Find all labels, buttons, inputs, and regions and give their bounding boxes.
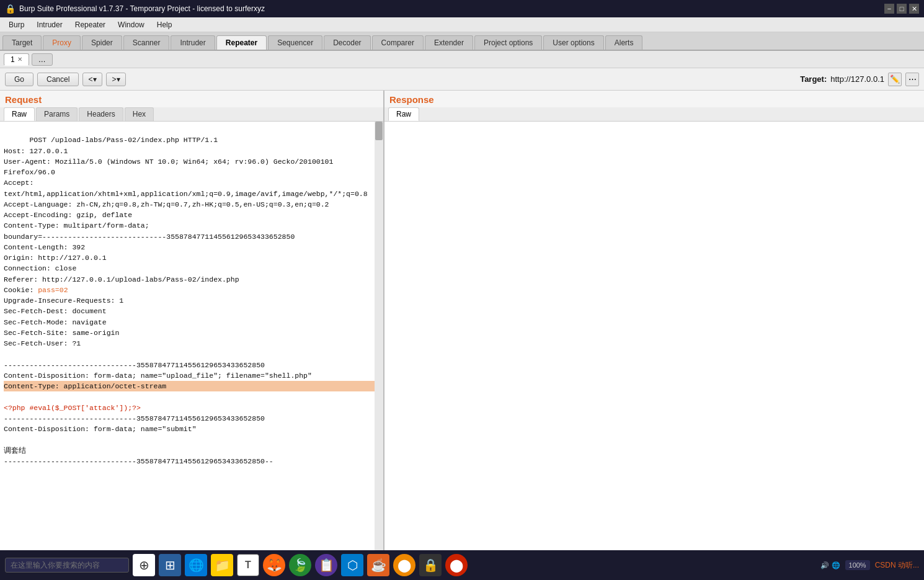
- taskbar-green-icon[interactable]: 🍃: [289, 554, 311, 576]
- response-tabs: Raw: [384, 107, 924, 122]
- tab-decoder[interactable]: Decoder: [324, 35, 370, 50]
- tab-spider[interactable]: Spider: [82, 35, 122, 50]
- taskbar-folder-icon[interactable]: 📁: [211, 554, 233, 576]
- tab-repeater[interactable]: Repeater: [216, 35, 267, 50]
- taskbar-java-icon[interactable]: ☕: [367, 554, 389, 576]
- repeater-tab-more-label: …: [38, 55, 46, 64]
- toolbar: Go Cancel < ▾ > ▾ Target: http://127.0.0…: [0, 68, 924, 91]
- taskbar-purple-icon[interactable]: 📋: [315, 554, 337, 576]
- forward-button[interactable]: > ▾: [106, 73, 126, 86]
- taskbar-vscode-icon[interactable]: ⬡: [341, 554, 363, 576]
- tab-proxy[interactable]: Proxy: [43, 35, 81, 50]
- back-arrow-icon: <: [88, 75, 92, 84]
- title-bar-left: 🔒 Burp Suite Professional v1.7.37 - Temp…: [5, 4, 265, 14]
- taskbar-edge-icon[interactable]: 🌐: [185, 554, 207, 576]
- request-title: Request: [0, 91, 383, 107]
- taskbar-csdn-label: CSDN 动听...: [875, 560, 919, 571]
- tab-sequencer[interactable]: Sequencer: [268, 35, 322, 50]
- forward-arrow-icon: >: [112, 75, 116, 84]
- target-label: Target:: [800, 74, 827, 84]
- tab-extender[interactable]: Extender: [425, 35, 473, 50]
- request-scrollbar[interactable]: [375, 122, 383, 550]
- request-scroll-thumb[interactable]: [375, 122, 383, 140]
- target-options-button[interactable]: ⋯: [905, 73, 919, 86]
- menu-bar: Burp Intruder Repeater Window Help: [0, 17, 924, 32]
- response-title: Response: [384, 91, 924, 107]
- go-button[interactable]: Go: [5, 73, 33, 86]
- request-panel: Request Raw Params Headers Hex POST /upl…: [0, 91, 384, 550]
- title-bar: 🔒 Burp Suite Professional v1.7.37 - Temp…: [0, 0, 924, 17]
- menu-intruder[interactable]: Intruder: [30, 19, 68, 30]
- response-tab-raw[interactable]: Raw: [388, 107, 419, 121]
- request-body[interactable]: POST /upload-labs/Pass-02/index.php HTTP…: [0, 122, 383, 550]
- tab-scanner[interactable]: Scanner: [123, 35, 170, 50]
- request-tab-params[interactable]: Params: [36, 107, 78, 121]
- repeater-tab-1-label: 1: [11, 55, 15, 64]
- taskbar-dark-icon[interactable]: 🔒: [419, 554, 442, 576]
- back-dropdown-icon: ▾: [93, 75, 97, 84]
- response-body[interactable]: [384, 122, 924, 550]
- taskbar-grid-icon[interactable]: ⊞: [159, 554, 181, 576]
- taskbar-search-icon[interactable]: ⊕: [133, 554, 155, 576]
- repeater-tab-more[interactable]: …: [32, 53, 53, 66]
- tab-alerts[interactable]: Alerts: [605, 35, 643, 50]
- repeater-tab-1[interactable]: 1 ✕: [4, 53, 29, 66]
- taskbar-zoom-label: 100%: [845, 560, 870, 570]
- edit-target-button[interactable]: ✏️: [888, 73, 902, 86]
- taskbar-red-icon[interactable]: ⬤: [445, 554, 468, 576]
- tab-intruder[interactable]: Intruder: [171, 35, 215, 50]
- minimize-button[interactable]: −: [884, 4, 894, 14]
- repeater-tab-bar: 1 ✕ …: [0, 51, 924, 68]
- tab-comparer[interactable]: Comparer: [372, 35, 424, 50]
- taskbar-right: 🔊 🌐 100% CSDN 动听...: [820, 560, 919, 571]
- repeater-tab-1-close[interactable]: ✕: [17, 56, 22, 63]
- main-content: Request Raw Params Headers Hex POST /upl…: [0, 91, 924, 550]
- taskbar-orange-icon[interactable]: ⬤: [393, 554, 415, 576]
- taskbar-search-input[interactable]: [5, 558, 129, 573]
- title-bar-text: Burp Suite Professional v1.7.37 - Tempor…: [19, 4, 265, 13]
- back-button[interactable]: < ▾: [82, 73, 102, 86]
- taskbar-firefox-icon[interactable]: 🦊: [263, 554, 285, 576]
- response-panel: Response Raw: [384, 91, 924, 550]
- menu-repeater[interactable]: Repeater: [69, 19, 112, 30]
- request-tabs: Raw Params Headers Hex: [0, 107, 383, 122]
- menu-window[interactable]: Window: [112, 19, 151, 30]
- menu-burp[interactable]: Burp: [2, 19, 30, 30]
- tab-target[interactable]: Target: [2, 35, 42, 50]
- tab-project-options[interactable]: Project options: [474, 35, 542, 50]
- taskbar: ⊕ ⊞ 🌐 📁 T 🦊 🍃 📋 ⬡ ☕ ⬤ 🔒 ⬤ 🔊 🌐 100% CSDN …: [0, 550, 924, 580]
- taskbar-text-icon[interactable]: T: [237, 554, 259, 576]
- request-tab-headers[interactable]: Headers: [79, 107, 123, 121]
- cancel-button[interactable]: Cancel: [37, 73, 79, 86]
- maximize-button[interactable]: □: [897, 4, 907, 14]
- target-value: http://127.0.0.1: [830, 74, 884, 84]
- taskbar-time-label: 🔊 🌐: [820, 561, 840, 569]
- main-tabs: Target Proxy Spider Scanner Intruder Rep…: [0, 32, 924, 51]
- menu-help[interactable]: Help: [151, 19, 179, 30]
- request-tab-hex[interactable]: Hex: [125, 107, 154, 121]
- tab-user-options[interactable]: User options: [543, 35, 603, 50]
- title-bar-controls: − □ ✕: [884, 4, 919, 14]
- close-button[interactable]: ✕: [909, 4, 919, 14]
- forward-dropdown-icon: ▾: [117, 75, 120, 84]
- request-tab-raw[interactable]: Raw: [4, 107, 35, 121]
